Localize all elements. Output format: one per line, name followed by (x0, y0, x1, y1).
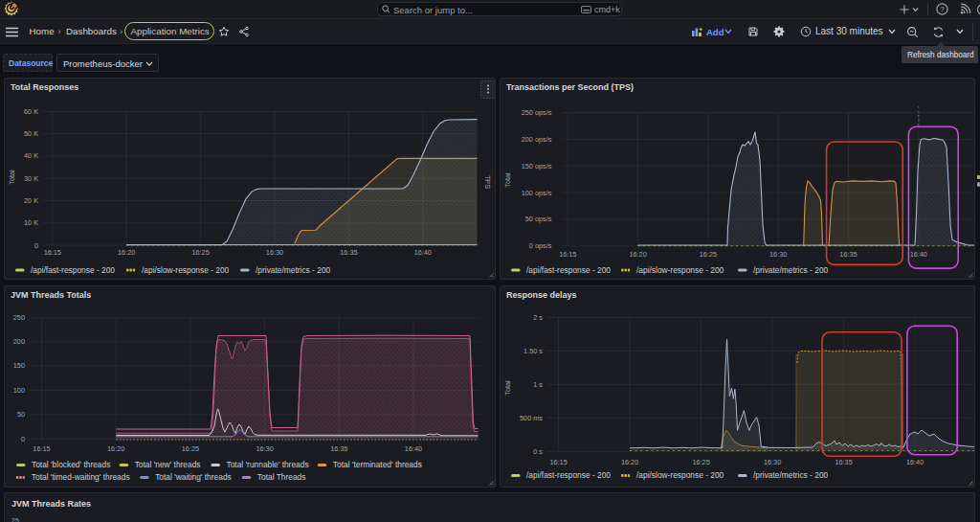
svg-text:250 ops/s: 250 ops/s (522, 107, 552, 116)
svg-text:16:40: 16:40 (906, 457, 924, 465)
svg-text:?: ? (940, 5, 944, 13)
svg-text:16:15: 16:15 (559, 249, 576, 258)
svg-text:16:15: 16:15 (33, 443, 50, 452)
svg-text:100: 100 (13, 385, 25, 394)
svg-text:16:35: 16:35 (330, 443, 347, 452)
svg-text:150: 150 (13, 361, 25, 370)
svg-text:50 K: 50 K (24, 129, 38, 138)
svg-text:1.50 s: 1.50 s (523, 346, 543, 354)
svg-text:/private/metrics - 200: /private/metrics - 200 (753, 470, 829, 480)
svg-text:20 K: 20 K (24, 196, 38, 205)
svg-text:16:35: 16:35 (340, 247, 357, 256)
svg-text:16:25: 16:25 (700, 249, 717, 258)
svg-text:250: 250 (13, 313, 25, 322)
svg-text:10 K: 10 K (24, 218, 38, 227)
svg-text:/api/slow-response - 200: /api/slow-response - 200 (142, 264, 230, 274)
svg-text:Total 'waiting' threads: Total 'waiting' threads (155, 472, 232, 482)
svg-text:TPS: TPS (483, 174, 492, 188)
svg-text:/api/slow-response - 200: /api/slow-response - 200 (636, 264, 724, 274)
svg-text:500 ms: 500 ms (520, 413, 543, 421)
svg-text:60 K: 60 K (24, 106, 38, 115)
svg-text:Total 'terminated' threads: Total 'terminated' threads (333, 460, 422, 469)
svg-text:1 s: 1 s (533, 379, 543, 388)
svg-text:16:25: 16:25 (191, 247, 209, 256)
svg-text:50 ops/s: 50 ops/s (525, 215, 552, 223)
svg-text:Total 'runnable' threads: Total 'runnable' threads (227, 460, 309, 469)
svg-text:16:35: 16:35 (835, 457, 852, 465)
svg-text:16:15: 16:15 (44, 247, 61, 256)
svg-text:16:20: 16:20 (621, 457, 638, 465)
svg-text:16:30: 16:30 (256, 443, 273, 452)
svg-text:16:15: 16:15 (549, 457, 567, 465)
svg-text:Total 'timed-waiting' threads: Total 'timed-waiting' threads (32, 472, 130, 482)
svg-text:/api/fast-response - 200: /api/fast-response - 200 (526, 470, 611, 480)
svg-text:0 ops/s: 0 ops/s (529, 241, 552, 250)
svg-text:16:30: 16:30 (769, 249, 787, 258)
svg-text:/private/metrics - 200: /private/metrics - 200 (256, 264, 331, 274)
svg-text:/api/slow-response - 200: /api/slow-response - 200 (636, 470, 724, 480)
svg-text:40 K: 40 K (24, 151, 38, 160)
svg-text:0: 0 (21, 434, 25, 443)
svg-text:16:40: 16:40 (405, 443, 422, 452)
svg-text:0: 0 (34, 240, 38, 249)
svg-text:0 s: 0 s (533, 446, 543, 455)
svg-text:16:30: 16:30 (266, 247, 283, 256)
svg-text:16:30: 16:30 (764, 457, 781, 465)
svg-text:Total 'blocked' threads: Total 'blocked' threads (32, 460, 110, 469)
svg-text:16:25: 16:25 (692, 457, 709, 465)
svg-text:/api/fast-response - 200: /api/fast-response - 200 (31, 264, 115, 274)
svg-text:Total: Total (8, 169, 16, 184)
svg-text:/private/metrics - 200: /private/metrics - 200 (753, 264, 829, 274)
svg-text:16:20: 16:20 (107, 443, 124, 452)
svg-text:Total 'new' threads: Total 'new' threads (135, 460, 201, 469)
svg-text:30 K: 30 K (24, 173, 38, 182)
svg-text:200: 200 (13, 337, 25, 346)
svg-text:Total: Total (503, 171, 512, 187)
svg-text:100 ops/s: 100 ops/s (522, 188, 552, 196)
svg-text:50: 50 (17, 410, 25, 419)
svg-text:150 ops/s: 150 ops/s (522, 161, 552, 170)
svg-text:16:20: 16:20 (118, 247, 135, 256)
svg-text:16:40: 16:40 (414, 247, 432, 256)
svg-text:2 s: 2 s (533, 312, 543, 321)
svg-text:/api/fast-response - 200: /api/fast-response - 200 (526, 264, 611, 274)
svg-text:16:20: 16:20 (629, 249, 646, 258)
svg-text:16:25: 16:25 (182, 443, 199, 452)
svg-text:200 ops/s: 200 ops/s (522, 134, 552, 143)
svg-text:Total Threads: Total Threads (257, 472, 306, 482)
svg-text:Total: Total (503, 379, 512, 395)
